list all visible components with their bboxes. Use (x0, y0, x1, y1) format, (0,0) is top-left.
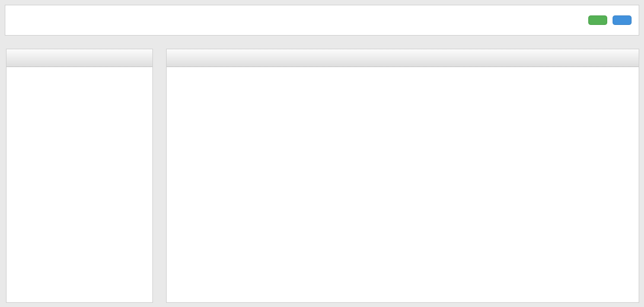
info-panel-title (11, 62, 21, 67)
copy-button[interactable] (613, 15, 632, 25)
stats-list (7, 67, 152, 70)
info-panel (6, 49, 153, 303)
chart-panel (166, 49, 639, 303)
discuss-button[interactable] (588, 15, 607, 25)
chart-tabbar (167, 49, 639, 67)
account-identity (12, 20, 286, 21)
header-actions (588, 15, 632, 25)
info-tabbar (7, 49, 152, 67)
chart-panel-title (171, 62, 181, 67)
account-header (5, 5, 639, 36)
growth-chart[interactable] (167, 67, 639, 71)
